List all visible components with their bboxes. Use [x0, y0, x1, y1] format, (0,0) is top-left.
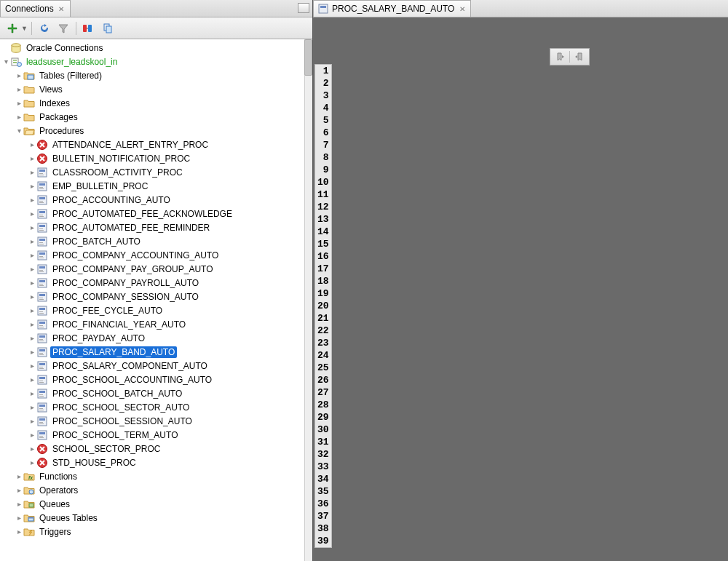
filter-button[interactable]: [55, 20, 71, 36]
procedure-proc_company_accounting_auto[interactable]: ▸ PROC_COMPANY_ACCOUNTING_AUTO: [1, 248, 312, 262]
procedure-proc_school_sector_auto[interactable]: ▸ PROC_SCHOOL_SECTOR_AUTO: [1, 400, 312, 414]
expand-icon[interactable]: ▸: [28, 362, 36, 370]
expand-icon[interactable]: ▸: [28, 431, 36, 439]
expand-icon[interactable]: ▸: [28, 320, 36, 329]
minimize-pane-button[interactable]: [298, 3, 309, 13]
expand-icon[interactable]: ▸: [28, 140, 36, 149]
connection-node[interactable]: ▾ leadsuser_leadskool_in: [1, 55, 312, 68]
tree-scrollbar[interactable]: [304, 39, 312, 561]
expand-icon[interactable]: ▸: [28, 265, 36, 274]
new-connection-button[interactable]: [4, 20, 20, 36]
procedure-classroom_activity_proc[interactable]: ▸ CLASSROOM_ACTIVITY_PROC: [1, 165, 312, 179]
refresh-button[interactable]: [36, 20, 52, 36]
close-icon[interactable]: ✕: [58, 5, 66, 13]
procedure-bulletin_notification_proc[interactable]: ▸ BULLETIN_NOTIFICATION_PROC: [1, 151, 312, 165]
expand-icon[interactable]: [1, 44, 10, 52]
folder-packages[interactable]: ▸ Packages: [1, 110, 312, 124]
expand-icon[interactable]: ▾: [15, 127, 23, 135]
expand-icon[interactable]: ▸: [28, 375, 36, 384]
scrollbar-thumb[interactable]: [304, 39, 312, 76]
expand-icon[interactable]: ▸: [28, 417, 36, 426]
new-connection-dropdown[interactable]: ▼: [21, 25, 27, 32]
tree-item-label: Queues Tables: [37, 512, 100, 524]
folder-icon: [23, 111, 35, 123]
expand-icon[interactable]: ▸: [15, 500, 23, 509]
folder-operators[interactable]: ▸ Operators: [1, 483, 312, 497]
folder-views[interactable]: ▸ Views: [1, 82, 312, 96]
expand-icon[interactable]: ▸: [28, 403, 36, 412]
expand-icon[interactable]: ▸: [28, 334, 36, 343]
folder-tables-filtered-[interactable]: ▸ Tables (Filtered): [1, 68, 312, 82]
folder-queues[interactable]: ▸ Queues: [1, 497, 312, 511]
folder-indexes[interactable]: ▸ Indexes: [1, 96, 312, 110]
procedure-proc_school_accounting_auto[interactable]: ▸ PROC_SCHOOL_ACCOUNTING_AUTO: [1, 373, 312, 386]
procedure-proc_company_payroll_auto[interactable]: ▸ PROC_COMPANY_PAYROLL_AUTO: [1, 276, 312, 290]
procedure-proc_school_term_auto[interactable]: ▸ PROC_SCHOOL_TERM_AUTO: [1, 428, 312, 442]
floating-toolbar[interactable]: [550, 48, 590, 65]
procedure-proc_company_pay_group_auto[interactable]: ▸ PROC_COMPANY_PAY_GROUP_AUTO: [1, 262, 312, 276]
procedure-school_sector_proc[interactable]: ▸ SCHOOL_SECTOR_PROC: [1, 442, 312, 455]
expand-icon[interactable]: ▸: [28, 279, 36, 287]
bookmark-prev-icon[interactable]: [554, 51, 567, 63]
expand-icon[interactable]: ▸: [28, 306, 36, 315]
folder-procedures[interactable]: ▾ Procedures: [1, 124, 312, 138]
expand-icon[interactable]: ▸: [28, 237, 36, 246]
folder-functions[interactable]: ▸ fx Functions: [1, 469, 312, 483]
procedure-proc_fee_cycle_auto[interactable]: ▸ PROC_FEE_CYCLE_AUTO: [1, 303, 312, 317]
oracle-connections-root[interactable]: Oracle Connections: [1, 41, 312, 55]
procedure-attendance_alert_entry_proc[interactable]: ▸ ATTENDANCE_ALERT_ENTRY_PROC: [1, 138, 312, 151]
copy-button[interactable]: [100, 20, 116, 36]
procedure-proc_batch_auto[interactable]: ▸ PROC_BATCH_AUTO: [1, 234, 312, 248]
procedure-proc_school_batch_auto[interactable]: ▸ PROC_SCHOOL_BATCH_AUTO: [1, 386, 312, 400]
line-number: 4: [323, 102, 329, 114]
svg-rect-83: [39, 408, 43, 409]
tree-item-label: PROC_AUTOMATED_FEE_REMINDER: [50, 222, 212, 234]
expand-icon[interactable]: ▸: [28, 168, 36, 177]
expand-icon[interactable]: ▸: [28, 251, 36, 260]
expand-icon[interactable]: ▸: [15, 472, 23, 481]
expand-icon[interactable]: ▸: [15, 71, 23, 80]
expand-icon[interactable]: ▸: [28, 293, 36, 301]
expand-icon[interactable]: ▸: [15, 486, 23, 495]
svg-rect-66: [39, 349, 45, 351]
procedure-proc_accounting_auto[interactable]: ▸ PROC_ACCOUNTING_AUTO: [1, 193, 312, 207]
close-icon[interactable]: ✕: [458, 5, 466, 13]
expand-icon[interactable]: ▸: [28, 348, 36, 357]
expand-icon[interactable]: ▸: [28, 182, 36, 191]
procedure-proc_school_session_auto[interactable]: ▸ PROC_SCHOOL_SESSION_AUTO: [1, 414, 312, 428]
expand-icon[interactable]: ▸: [28, 196, 36, 204]
procedure-proc_financial_year_auto[interactable]: ▸ PROC_FINANCIAL_YEAR_AUTO: [1, 317, 312, 331]
svg-point-9: [17, 62, 22, 66]
procedure-std_house_proc[interactable]: ▸ STD_HOUSE_PROC: [1, 455, 312, 469]
db-icon: [10, 42, 22, 54]
expand-icon[interactable]: ▸: [28, 154, 36, 163]
procedure-proc_automated_fee_reminder[interactable]: ▸ PROC_AUTOMATED_FEE_REMINDER: [1, 220, 312, 234]
bookmark-next-icon[interactable]: [572, 51, 585, 63]
procedure-proc_company_session_auto[interactable]: ▸ PROC_COMPANY_SESSION_AUTO: [1, 290, 312, 303]
expand-icon[interactable]: ▸: [28, 458, 36, 467]
expand-icon[interactable]: ▸: [28, 445, 36, 453]
folder-triggers[interactable]: ▸ Triggers: [1, 525, 312, 538]
expand-icon[interactable]: ▸: [15, 528, 23, 536]
procedure-proc_automated_fee_acknowledge[interactable]: ▸ PROC_AUTOMATED_FEE_ACKNOWLEDGE: [1, 207, 312, 220]
expand-icon[interactable]: ▸: [28, 389, 36, 398]
procedure-proc_salary_band_auto[interactable]: ▸ PROC_SALARY_BAND_AUTO: [1, 345, 312, 359]
expand-icon[interactable]: ▸: [15, 113, 23, 122]
procedure-emp_bulletin_proc[interactable]: ▸ EMP_BULLETIN_PROC: [1, 179, 312, 193]
tab-connections[interactable]: Connections ✕: [0, 0, 71, 17]
procedure-proc_salary_component_auto[interactable]: ▸ PROC_SALARY_COMPONENT_AUTO: [1, 359, 312, 373]
expand-icon[interactable]: ▸: [15, 514, 23, 522]
expand-icon[interactable]: ▸: [15, 99, 23, 108]
procedure-proc_payday_auto[interactable]: ▸ PROC_PAYDAY_AUTO: [1, 331, 312, 345]
expand-icon[interactable]: ▾: [1, 57, 10, 66]
tab-connections-label: Connections: [5, 4, 54, 14]
connections-tree[interactable]: Oracle Connections ▾ leadsuser_leadskool…: [0, 39, 312, 561]
svg-rect-85: [38, 417, 47, 426]
tab-proc-salary-band[interactable]: PROC_SALARY_BAND_AUTO ✕: [313, 0, 471, 17]
expand-icon[interactable]: ▸: [28, 210, 36, 218]
tree-item-label: Indexes: [37, 98, 72, 109]
tns-button[interactable]: [81, 20, 97, 36]
expand-icon[interactable]: ▸: [28, 223, 36, 232]
folder-queues-tables[interactable]: ▸ Queues Tables: [1, 511, 312, 525]
expand-icon[interactable]: ▸: [15, 85, 23, 94]
